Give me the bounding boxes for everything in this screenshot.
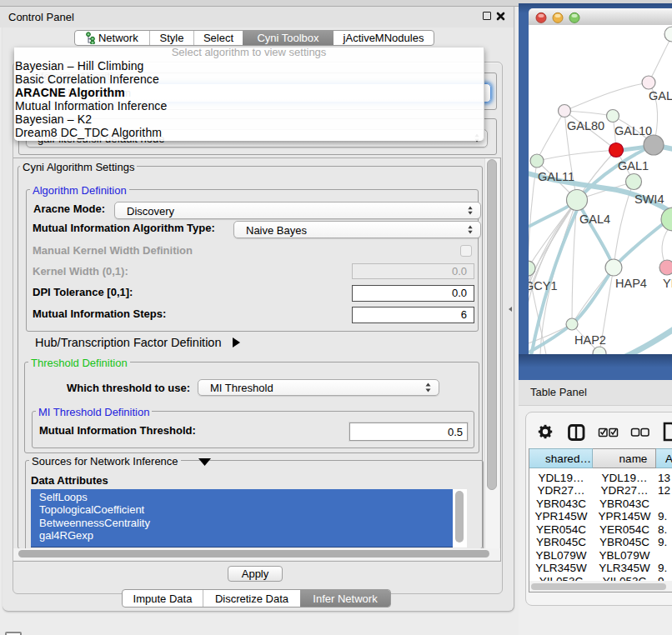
svg-text:HAP2: HAP2 <box>574 333 606 347</box>
svg-text:GAL7: GAL7 <box>649 89 672 102</box>
svg-text:HAP4: HAP4 <box>615 277 647 290</box>
svg-text:YL: YL <box>663 277 672 290</box>
svg-text:GAL11: GAL11 <box>538 170 574 183</box>
svg-text:GAL80: GAL80 <box>567 119 604 132</box>
svg-text:SWI4: SWI4 <box>634 192 664 206</box>
svg-text:GCY1: GCY1 <box>529 279 558 292</box>
svg-text:GAL1: GAL1 <box>618 159 649 172</box>
svg-text:GAL10: GAL10 <box>614 124 652 138</box>
svg-text:GAL4: GAL4 <box>579 212 610 226</box>
